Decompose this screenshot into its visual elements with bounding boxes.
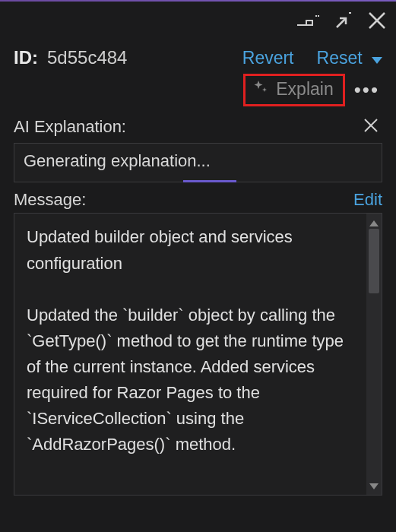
svg-marker-8 bbox=[372, 57, 382, 64]
scrollbar[interactable] bbox=[366, 214, 382, 495]
svg-marker-11 bbox=[369, 220, 379, 226]
scroll-track[interactable] bbox=[366, 229, 382, 480]
more-options-icon[interactable]: ••• bbox=[351, 78, 382, 102]
explain-label: Explain bbox=[276, 79, 333, 100]
close-icon[interactable] bbox=[367, 11, 387, 30]
ai-explanation-title: AI Explanation: bbox=[14, 117, 126, 137]
id-label: ID: bbox=[14, 47, 38, 68]
ai-explanation-header: AI Explanation: bbox=[14, 114, 382, 140]
svg-marker-12 bbox=[369, 483, 379, 489]
revert-link[interactable]: Revert bbox=[242, 48, 294, 68]
message-header: Message: Edit bbox=[14, 190, 382, 210]
autohide-icon[interactable] bbox=[296, 13, 320, 28]
scroll-down-icon[interactable] bbox=[369, 480, 379, 492]
reset-label: Reset bbox=[317, 48, 363, 68]
id-row: ID: 5d55c484 Revert Reset bbox=[14, 47, 382, 69]
progress-indicator bbox=[183, 180, 236, 182]
window-toolbar bbox=[0, 2, 396, 40]
sparkle-icon bbox=[253, 79, 268, 100]
message-body: Updated builder object and services conf… bbox=[14, 214, 366, 495]
chevron-down-icon bbox=[372, 49, 382, 69]
message-box: Updated builder object and services conf… bbox=[14, 213, 382, 496]
svg-line-4 bbox=[337, 18, 346, 27]
explain-button[interactable]: Explain bbox=[243, 74, 344, 106]
restore-icon[interactable] bbox=[334, 11, 353, 30]
ai-explanation-status: Generating explanation... bbox=[24, 151, 211, 170]
scroll-thumb[interactable] bbox=[369, 229, 379, 293]
id-value: 5d55c484 bbox=[47, 47, 127, 68]
svg-rect-1 bbox=[306, 21, 312, 25]
scroll-up-icon[interactable] bbox=[369, 217, 379, 229]
message-title: Message: bbox=[14, 190, 86, 210]
ai-explanation-box: Generating explanation... bbox=[14, 143, 382, 182]
ai-explanation-close-icon[interactable] bbox=[360, 114, 382, 140]
edit-link[interactable]: Edit bbox=[353, 190, 382, 210]
reset-link[interactable]: Reset bbox=[317, 48, 382, 69]
